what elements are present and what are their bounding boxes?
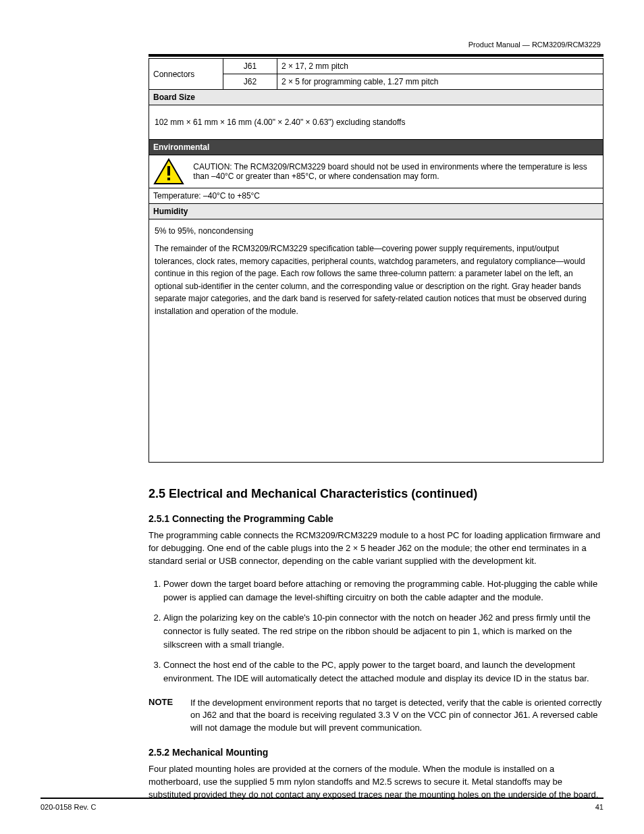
- row-board-size: 102 mm × 61 mm × 16 mm (4.00" × 2.40" × …: [149, 105, 603, 140]
- page-footer: 020-0158 Rev. C 41: [41, 798, 603, 811]
- cell-large-body: 5% to 95%, noncondensing The remainder o…: [149, 219, 603, 463]
- continued-spec-text: The remainder of the RCM3209/RCM3229 spe…: [155, 242, 597, 318]
- footer-right: 41: [595, 803, 603, 811]
- subsection-1-title: 2.5.1 Connecting the Programming Cable: [149, 513, 603, 524]
- row-board-size-header: Board Size: [149, 90, 603, 105]
- step-1: Power down the target board before attac…: [163, 577, 603, 604]
- svg-rect-1: [167, 166, 170, 176]
- cell-j61: J61: [223, 59, 277, 74]
- row-large-body: 5% to 95%, noncondensing The remainder o…: [149, 219, 603, 463]
- note-block: NOTE If the development environment repo…: [149, 697, 603, 735]
- content-area: Connectors J61 2 × 17, 2 mm pitch J62 2 …: [149, 54, 603, 802]
- row-temperature: Temperature: –40°C to +85°C: [149, 188, 603, 204]
- row-humidity-header: Humidity: [149, 204, 603, 219]
- subsection-2-para: Four plated mounting holes are provided …: [149, 763, 603, 802]
- cell-board-size-header: Board Size: [149, 90, 603, 105]
- top-rule: [149, 54, 603, 57]
- cell-temperature: Temperature: –40°C to +85°C: [149, 188, 603, 204]
- section-title: 2.5 Electrical and Mechanical Characteri…: [149, 487, 603, 501]
- subsection-1-para: The programming cable connects the RCM32…: [149, 529, 603, 568]
- cell-env-header: Environmental: [149, 140, 603, 155]
- cell-j61-desc: 2 × 17, 2 mm pitch: [277, 59, 603, 74]
- step-3: Connect the host end of the cable to the…: [163, 658, 603, 685]
- warning-triangle-icon: [153, 158, 184, 185]
- cell-connectors-label: Connectors: [149, 59, 223, 90]
- note-text: If the development environment reports t…: [190, 697, 603, 735]
- cell-j62: J62: [223, 74, 277, 90]
- note-label: NOTE: [149, 697, 180, 707]
- subsection-2-title: 2.5.2 Mechanical Mounting: [149, 747, 603, 758]
- steps-list: Power down the target board before attac…: [163, 577, 603, 686]
- footer-left: 020-0158 Rev. C: [41, 803, 96, 811]
- row-environmental-header: Environmental: [149, 140, 603, 155]
- cell-j62-desc: 2 × 5 for programming cable, 1.27 mm pit…: [277, 74, 603, 90]
- cell-humidity-header: Humidity: [149, 204, 603, 219]
- row-connectors-1: Connectors J61 2 × 17, 2 mm pitch: [149, 59, 603, 74]
- spec-table: Connectors J61 2 × 17, 2 mm pitch J62 2 …: [149, 58, 603, 463]
- step-2: Align the polarizing key on the cable's …: [163, 611, 603, 652]
- row-warning: CAUTION: The RCM3209/RCM3229 board shoul…: [149, 155, 603, 188]
- svg-rect-2: [167, 178, 170, 180]
- cell-board-size: 102 mm × 61 mm × 16 mm (4.00" × 2.40" × …: [149, 105, 603, 140]
- cell-warning: CAUTION: The RCM3209/RCM3229 board shoul…: [149, 155, 603, 188]
- humidity-value: 5% to 95%, noncondensing: [155, 226, 597, 236]
- page-header-right: Product Manual — RCM3209/RCM3229: [41, 41, 603, 49]
- warning-text: CAUTION: The RCM3209/RCM3229 board shoul…: [193, 162, 591, 181]
